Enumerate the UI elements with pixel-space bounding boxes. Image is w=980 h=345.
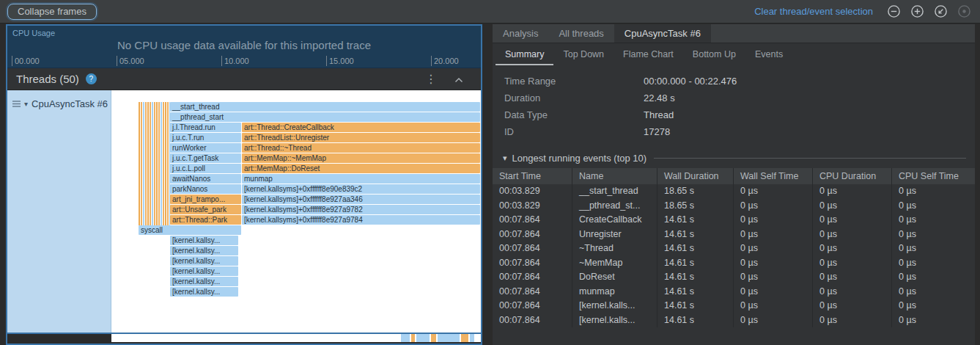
- table-cell: 00:07.864: [493, 299, 572, 313]
- trace-event-box[interactable]: [kernel.kallsy...: [170, 266, 238, 276]
- trace-event-box[interactable]: [kernel.kallsy...: [170, 246, 238, 255]
- column-header[interactable]: Wall Duration: [657, 168, 733, 184]
- trace-event-box[interactable]: [461, 334, 468, 342]
- trace-event-box[interactable]: [411, 334, 415, 342]
- trace-event-box[interactable]: art::Unsafe_park: [170, 205, 241, 214]
- collapse-frames-button[interactable]: Collapse frames: [7, 4, 97, 20]
- trace-event-box[interactable]: syscall: [139, 225, 241, 235]
- trace-event-box[interactable]: j.u.c.L.poll: [170, 164, 241, 173]
- table-row[interactable]: 00:07.864CreateCallback14.61 s0 µs0 µs0 …: [493, 213, 975, 228]
- help-icon[interactable]: [86, 73, 97, 84]
- trace-event-box[interactable]: art::Thread::Park: [170, 215, 241, 225]
- trace-event-box[interactable]: [kernel.kallsyms]+0xffffff8e927a9784: [242, 215, 480, 225]
- table-row[interactable]: 00:07.864~Thread14.61 s0 µs0 µs0 µs: [493, 242, 975, 256]
- trace-event-box[interactable]: [kernel.kallsyms]+0xffffff8e90e839c2: [242, 184, 480, 194]
- table-row[interactable]: 00:07.864[kernel.kalls...14.61 s0 µs0 µs…: [493, 299, 975, 313]
- tab-all-threads[interactable]: All threads: [548, 24, 614, 43]
- next-thread-label[interactable]: [7, 334, 111, 342]
- table-row[interactable]: 00:07.864~MemMap14.61 s0 µs0 µs0 µs: [493, 256, 975, 271]
- table-cell: __start_thread: [572, 184, 657, 199]
- trace-event-box[interactable]: __start_thread: [170, 102, 480, 112]
- zoom-to-selection-icon: [957, 4, 971, 18]
- trace-event-box[interactable]: art::MemMap::~MemMap: [242, 153, 480, 163]
- collapse-panel-icon[interactable]: [454, 73, 463, 86]
- trace-event-box[interactable]: art::Thread::CreateCallback: [242, 123, 480, 132]
- table-cell: CreateCallback: [572, 213, 657, 228]
- trace-event-box[interactable]: [416, 334, 430, 342]
- detail-value: Thread: [644, 106, 674, 123]
- trace-event-box[interactable]: [431, 334, 436, 342]
- collapse-section-icon[interactable]: [503, 153, 507, 163]
- column-header[interactable]: Wall Self Time: [733, 168, 812, 184]
- table-cell: 0 µs: [733, 213, 812, 228]
- subtab-flame-chart[interactable]: Flame Chart: [614, 43, 683, 65]
- trace-event-box[interactable]: munmap: [242, 174, 480, 184]
- trace-event-box[interactable]: [438, 334, 460, 342]
- trace-event-box[interactable]: [401, 334, 410, 342]
- table-row[interactable]: 00:07.864munmap14.61 s0 µs0 µs0 µs: [493, 285, 975, 299]
- table-cell: 0 µs: [812, 213, 891, 228]
- table-row[interactable]: 00:07.864[kernel.kalls...14.61 s0 µs0 µs…: [493, 313, 975, 328]
- trace-event-box[interactable]: art::Thread::~Thread: [242, 143, 480, 153]
- table-cell: DoReset: [572, 270, 657, 285]
- trace-event-box[interactable]: [kernel.kallsy...: [170, 256, 238, 266]
- table-cell: 0 µs: [733, 285, 812, 299]
- table-cell: 0 µs: [812, 228, 891, 242]
- tab-cpuasynctask-6[interactable]: CpuAsyncTask #6: [614, 24, 711, 43]
- table-row[interactable]: 00:07.864Unregister14.61 s0 µs0 µs0 µs: [493, 228, 975, 242]
- trace-event-box[interactable]: j.l.Thread.run: [170, 123, 241, 132]
- trace-event-box[interactable]: parkNanos: [170, 184, 241, 194]
- dense-events-strip[interactable]: [139, 102, 170, 225]
- table-cell: 0 µs: [812, 270, 891, 285]
- table-cell: 0 µs: [812, 285, 891, 299]
- table-row[interactable]: 00:07.864DoReset14.61 s0 µs0 µs0 µs: [493, 270, 975, 285]
- expand-arrow-icon[interactable]: [24, 100, 28, 108]
- table-cell: 18.65 s: [657, 184, 733, 199]
- zoom-out-icon[interactable]: [887, 4, 901, 18]
- table-cell: 14.61 s: [657, 256, 733, 271]
- threads-title: Threads (50): [16, 73, 79, 85]
- next-thread-track[interactable]: [7, 334, 481, 342]
- trace-event-box[interactable]: j.u.c.T.getTask: [170, 153, 241, 163]
- trace-event-box[interactable]: [kernel.kallsy...: [170, 287, 238, 297]
- trace-event-box[interactable]: [kernel.kallsy...: [170, 236, 238, 245]
- reset-zoom-icon[interactable]: [934, 4, 948, 18]
- trace-event-box[interactable]: art_jni_trampo...: [170, 195, 241, 204]
- toolbar: Collapse frames Clear thread/event selec…: [0, 0, 980, 23]
- column-header[interactable]: Start Time: [493, 168, 572, 184]
- cpu-usage-track[interactable]: CPU Usage No CPU usage data available fo…: [7, 26, 481, 68]
- thread-track[interactable]: __start_thread__pthread_startj.l.Thread.…: [111, 90, 481, 333]
- trace-event-box[interactable]: j.u.c.T.run: [170, 133, 241, 142]
- trace-event-box[interactable]: __pthread_start: [170, 112, 480, 122]
- thread-row-label[interactable]: CpuAsyncTask #6: [7, 90, 111, 333]
- trace-event-box[interactable]: awaitNanos: [170, 174, 241, 184]
- zoom-in-icon[interactable]: [910, 4, 924, 18]
- trace-event-box[interactable]: [kernel.kallsy...: [170, 277, 238, 286]
- trace-event-box[interactable]: art::ThreadList::Unregister: [242, 133, 480, 142]
- threads-panel-header: Threads (50): [7, 68, 481, 90]
- subtab-events[interactable]: Events: [745, 43, 792, 65]
- table-cell: 0 µs: [812, 242, 891, 256]
- column-header[interactable]: Name: [572, 168, 657, 184]
- subtab-bottom-up[interactable]: Bottom Up: [683, 43, 745, 65]
- table-row[interactable]: 00:03.829__pthread_st...18.65 s0 µs0 µs0…: [493, 199, 975, 214]
- drag-handle-icon[interactable]: [12, 97, 21, 110]
- table-row[interactable]: 00:03.829__start_thread18.65 s0 µs0 µs0 …: [493, 184, 975, 199]
- subtab-summary[interactable]: Summary: [495, 43, 553, 65]
- more-options-icon[interactable]: [425, 72, 437, 86]
- trace-event-box[interactable]: [470, 334, 474, 342]
- table-header-row: Start TimeNameWall DurationWall Self Tim…: [493, 168, 975, 184]
- trace-event-box[interactable]: runWorker: [170, 143, 241, 153]
- cpu-usage-label: CPU Usage: [12, 29, 55, 37]
- column-header[interactable]: CPU Duration: [812, 168, 891, 184]
- longest-events-table: Start TimeNameWall DurationWall Self Tim…: [493, 168, 975, 327]
- column-header[interactable]: CPU Self Time: [891, 168, 975, 184]
- next-thread-events[interactable]: [111, 334, 481, 342]
- trace-event-box[interactable]: art::MemMap::DoReset: [242, 164, 480, 173]
- table-cell: munmap: [572, 285, 657, 299]
- table-cell: 00:07.864: [493, 256, 572, 271]
- trace-event-box[interactable]: [kernel.kallsyms]+0xffffff8e927aa346: [242, 195, 480, 204]
- trace-event-box[interactable]: [kernel.kallsyms]+0xffffff8e927a9782: [242, 205, 480, 214]
- subtab-top-down[interactable]: Top Down: [553, 43, 614, 65]
- clear-selection-link[interactable]: Clear thread/event selection: [754, 6, 873, 17]
